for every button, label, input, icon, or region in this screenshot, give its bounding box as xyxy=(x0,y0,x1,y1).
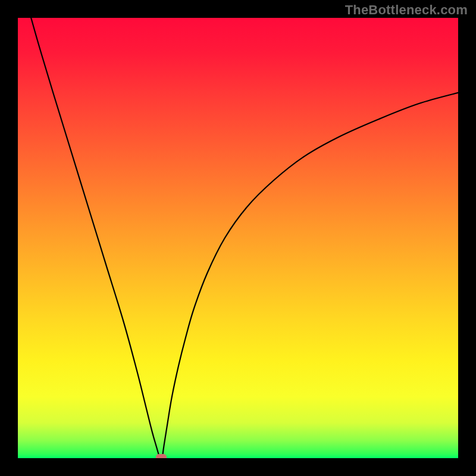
optimal-point-marker xyxy=(156,454,167,458)
bottleneck-curve xyxy=(18,18,458,458)
curve-right-branch xyxy=(162,93,458,458)
chart-container: TheBottleneck.com xyxy=(0,0,476,476)
plot-area xyxy=(18,18,458,458)
watermark-text: TheBottleneck.com xyxy=(345,2,468,18)
curve-left-branch xyxy=(31,18,160,458)
